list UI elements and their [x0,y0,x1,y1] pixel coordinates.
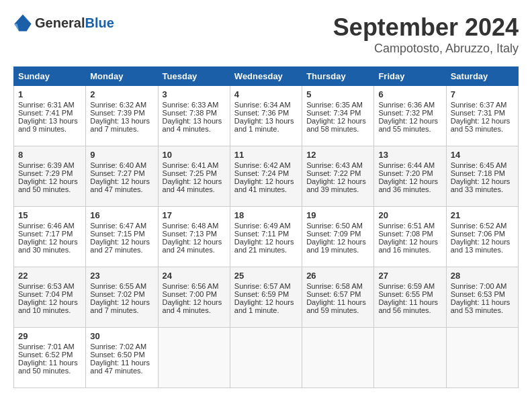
sunset-text: Sunset: 7:15 PM [90,230,153,238]
table-row: 30Sunrise: 7:02 AMSunset: 6:50 PMDayligh… [86,328,158,388]
day-number: 22 [18,271,81,281]
table-row: 17Sunrise: 6:48 AMSunset: 7:13 PMDayligh… [158,207,230,267]
col-thursday: Thursday [302,67,374,86]
calendar-week-row: 1Sunrise: 6:31 AMSunset: 7:41 PMDaylight… [14,86,519,146]
sunset-text: Sunset: 7:41 PM [18,109,81,117]
sunset-text: Sunset: 6:59 PM [234,290,298,298]
daylight-text: Daylight: 12 hours and 30 minutes. [18,238,81,254]
sunrise-text: Sunrise: 6:42 AM [234,161,298,169]
sunset-text: Sunset: 7:34 PM [306,109,369,117]
sunset-text: Sunset: 7:38 PM [163,109,226,117]
day-number: 26 [306,271,369,281]
col-tuesday: Tuesday [158,67,230,86]
sunrise-text: Sunrise: 6:33 AM [163,101,226,109]
daylight-text: Daylight: 12 hours and 21 minutes. [234,238,298,254]
col-sunday: Sunday [14,67,86,86]
logo: GeneralBlue [13,13,114,32]
table-row [158,328,230,388]
table-row: 19Sunrise: 6:50 AMSunset: 7:09 PMDayligh… [302,207,374,267]
table-row: 21Sunrise: 6:52 AMSunset: 7:06 PMDayligh… [446,207,518,267]
sunrise-text: Sunrise: 6:49 AM [234,222,298,230]
table-row: 5Sunrise: 6:35 AMSunset: 7:34 PMDaylight… [302,86,374,146]
daylight-text: Daylight: 11 hours and 53 minutes. [451,298,514,314]
sunset-text: Sunset: 7:31 PM [451,109,514,117]
sunset-text: Sunset: 7:32 PM [378,109,441,117]
daylight-text: Daylight: 12 hours and 24 minutes. [163,238,226,254]
sunrise-text: Sunrise: 7:02 AM [90,342,153,351]
header-row: Sunday Monday Tuesday Wednesday Thursday… [14,67,519,86]
daylight-text: Daylight: 11 hours and 56 minutes. [378,298,441,314]
daylight-text: Daylight: 12 hours and 4 minutes. [163,298,226,314]
table-row: 10Sunrise: 6:41 AMSunset: 7:25 PMDayligh… [158,146,230,207]
daylight-text: Daylight: 12 hours and 55 minutes. [378,117,441,133]
table-row: 9Sunrise: 6:40 AMSunset: 7:27 PMDaylight… [86,146,158,207]
table-row [230,328,302,388]
daylight-text: Daylight: 12 hours and 50 minutes. [18,177,81,193]
day-number: 5 [306,89,369,99]
table-row: 28Sunrise: 7:00 AMSunset: 6:53 PMDayligh… [446,267,518,328]
sunrise-text: Sunrise: 6:57 AM [234,282,298,290]
day-number: 15 [18,210,81,220]
daylight-text: Daylight: 12 hours and 44 minutes. [163,177,226,193]
svg-marker-0 [14,14,31,31]
sunrise-text: Sunrise: 6:59 AM [378,282,441,290]
sunset-text: Sunset: 7:02 PM [90,290,153,298]
sunrise-text: Sunrise: 6:58 AM [306,282,369,290]
daylight-text: Daylight: 12 hours and 33 minutes. [451,177,514,193]
daylight-text: Daylight: 11 hours and 47 minutes. [90,359,153,375]
daylight-text: Daylight: 12 hours and 19 minutes. [306,238,369,254]
day-number: 8 [18,150,81,160]
sunset-text: Sunset: 7:11 PM [234,230,298,238]
table-row: 1Sunrise: 6:31 AMSunset: 7:41 PMDaylight… [14,86,86,146]
sunrise-text: Sunrise: 6:34 AM [234,101,298,109]
logo-icon [13,13,32,32]
day-number: 20 [378,210,441,220]
table-row: 18Sunrise: 6:49 AMSunset: 7:11 PMDayligh… [230,207,302,267]
col-monday: Monday [86,67,158,86]
table-row: 8Sunrise: 6:39 AMSunset: 7:29 PMDaylight… [14,146,86,207]
calendar-header: Sunday Monday Tuesday Wednesday Thursday… [14,67,519,86]
daylight-text: Daylight: 12 hours and 36 minutes. [378,177,441,193]
day-number: 9 [90,150,153,160]
table-row: 12Sunrise: 6:43 AMSunset: 7:22 PMDayligh… [302,146,374,207]
location-title: Campotosto, Abruzzo, Italy [333,42,519,56]
table-row: 27Sunrise: 6:59 AMSunset: 6:55 PMDayligh… [374,267,446,328]
daylight-text: Daylight: 13 hours and 1 minute. [234,117,298,133]
table-row: 7Sunrise: 6:37 AMSunset: 7:31 PMDaylight… [446,86,518,146]
sunset-text: Sunset: 6:52 PM [18,351,81,359]
table-row: 4Sunrise: 6:34 AMSunset: 7:36 PMDaylight… [230,86,302,146]
sunset-text: Sunset: 7:29 PM [18,169,81,177]
sunset-text: Sunset: 7:08 PM [378,230,441,238]
sunset-text: Sunset: 7:27 PM [90,169,153,177]
logo-blue: Blue [85,15,114,30]
sunset-text: Sunset: 7:20 PM [378,169,441,177]
logo-general: General [35,15,85,30]
day-number: 4 [234,89,298,99]
day-number: 17 [163,210,226,220]
daylight-text: Daylight: 12 hours and 13 minutes. [451,238,514,254]
day-number: 19 [306,210,369,220]
daylight-text: Daylight: 11 hours and 50 minutes. [18,359,81,375]
sunrise-text: Sunrise: 6:51 AM [378,222,441,230]
day-number: 12 [306,150,369,160]
page-header: GeneralBlue September 2024 Campotosto, A… [13,13,519,56]
daylight-text: Daylight: 12 hours and 16 minutes. [378,238,441,254]
daylight-text: Daylight: 12 hours and 39 minutes. [306,177,369,193]
table-row: 2Sunrise: 6:32 AMSunset: 7:39 PMDaylight… [86,86,158,146]
sunrise-text: Sunrise: 6:44 AM [378,161,441,169]
sunrise-text: Sunrise: 6:40 AM [90,161,153,169]
day-number: 18 [234,210,298,220]
table-row: 13Sunrise: 6:44 AMSunset: 7:20 PMDayligh… [374,146,446,207]
sunrise-text: Sunrise: 6:55 AM [90,282,153,290]
calendar-body: 1Sunrise: 6:31 AMSunset: 7:41 PMDaylight… [14,86,519,388]
table-row [446,328,518,388]
daylight-text: Daylight: 12 hours and 1 minute. [234,298,298,314]
daylight-text: Daylight: 12 hours and 27 minutes. [90,238,153,254]
table-row [374,328,446,388]
day-number: 14 [451,150,514,160]
day-number: 25 [234,271,298,281]
sunset-text: Sunset: 6:50 PM [90,351,153,359]
day-number: 7 [451,89,514,99]
sunset-text: Sunset: 7:09 PM [306,230,369,238]
daylight-text: Daylight: 12 hours and 10 minutes. [18,298,81,314]
